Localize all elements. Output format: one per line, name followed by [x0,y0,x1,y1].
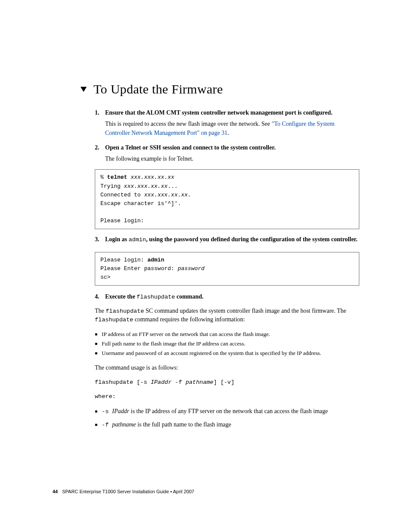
step-4-para: The flashupdate SC command updates the s… [95,307,359,324]
bullet-item: ■ -s IPaddr is the IP address of any FTP… [95,407,359,416]
arg: xxx.xxx.xx.xx [131,174,174,180]
usage-intro: The command usage is as follows: [95,364,359,372]
svg-marker-0 [81,87,87,92]
text: is the full path name to the flash image [136,421,231,428]
code: -s [102,408,112,415]
step-text: Ensure that the ALOM CMT system controll… [105,109,333,117]
code-inline: flashupdate [95,317,133,323]
page-number: 44 [53,489,58,494]
line: Trying [100,183,124,190]
bullet-item: ■IP address of an FTP server on the netw… [95,330,359,338]
step-text: Execute the [105,293,137,300]
step-2-para: The following example is for Telnet. [105,155,359,163]
text: This is required to access the new flash… [105,121,271,127]
step-4: 4. Execute the flashupdate command. [95,292,359,302]
cmd: telnet [107,174,131,180]
bullet-item: ■Username and password of an account reg… [95,349,359,357]
code-box-telnet: % telnet xxx.xxx.xx.xx Trying xxx.xxx.xx… [95,169,359,229]
arg: IPaddr [151,379,172,386]
line: Please Enter password: [100,265,177,272]
step-1: 1. Ensure that the ALOM CMT system contr… [95,109,359,117]
step-text: Login as [105,236,128,243]
bullet-text: Username and password of an account regi… [102,349,321,357]
text: SC command updates the system controller… [144,308,346,314]
bullet-icon: ■ [95,407,97,416]
triangle-down-icon [80,85,87,93]
step-number: 2. [95,143,101,152]
prompt: % [100,174,107,180]
line: Escape character is'^]'. [100,200,181,207]
code-inline: flashupdate [106,308,144,314]
code: -f [102,422,112,428]
arg: pathname [112,421,136,428]
step-2: 2. Open a Telnet or SSH session and conn… [95,143,359,152]
step-text: , using the password you defined during … [146,236,358,243]
arg: xxx.xxx.xx.xx. [144,192,191,198]
bullet-text: Full path name to the flash image that t… [102,340,245,348]
code: -f [171,379,185,386]
step-text: Open a Telnet or SSH session and connect… [105,143,276,152]
bullet-item: ■Full path name to the flash image that … [95,340,359,348]
line: Please login: [100,257,147,263]
line: Please login: [100,218,144,224]
line: ... [168,183,177,190]
where-label: where: [95,392,359,401]
bullet-icon: ■ [95,420,97,429]
code: flashupdate [-s [95,379,151,386]
step-number: 3. [95,235,101,244]
arg: pathname [186,379,214,386]
code-box-login: Please login: admin Please Enter passwor… [95,252,359,286]
input: admin [147,257,164,263]
arg: password [177,265,204,272]
step-number: 1. [95,109,101,117]
bullet-icon: ■ [95,330,97,338]
bullet-list-1: ■IP address of an FTP server on the netw… [95,330,359,358]
bullet-icon: ■ [95,349,97,357]
step-3: 3. Login as admin, using the password yo… [95,235,359,244]
code: ] [-v] [213,379,234,386]
line: Connected to [100,192,144,198]
bullet-text: IP address of an FTP server on the netwo… [102,330,270,338]
code-inline: admin [128,236,146,243]
footer-text: SPARC Enterprise T1000 Server Installati… [62,489,194,494]
text: The [95,308,106,314]
line: sc> [100,274,110,280]
text: is the IP address of any FTP server on t… [129,408,328,414]
bullet-item: ■ -f pathname is the full path name to t… [95,420,359,429]
arg: IPaddr [112,408,129,414]
bullet-icon: ■ [95,340,97,348]
code-inline: flashupdate [137,294,175,300]
arg: xxx.xxx.xx.xx [124,183,168,190]
heading-row: To Update the Firmware [80,82,359,96]
text: . [227,130,229,136]
step-text: command. [175,293,203,300]
step-number: 4. [95,292,101,302]
page-heading: To Update the Firmware [93,82,223,96]
bullet-list-2: ■ -s IPaddr is the IP address of any FTP… [95,407,359,429]
usage-line: flashupdate [-s IPaddr -f pathname] [-v] [95,378,359,387]
page-footer: 44SPARC Enterprise T1000 Server Installa… [53,489,194,494]
text: command requires the following informati… [133,316,245,323]
step-1-para: This is required to access the new flash… [105,120,359,137]
